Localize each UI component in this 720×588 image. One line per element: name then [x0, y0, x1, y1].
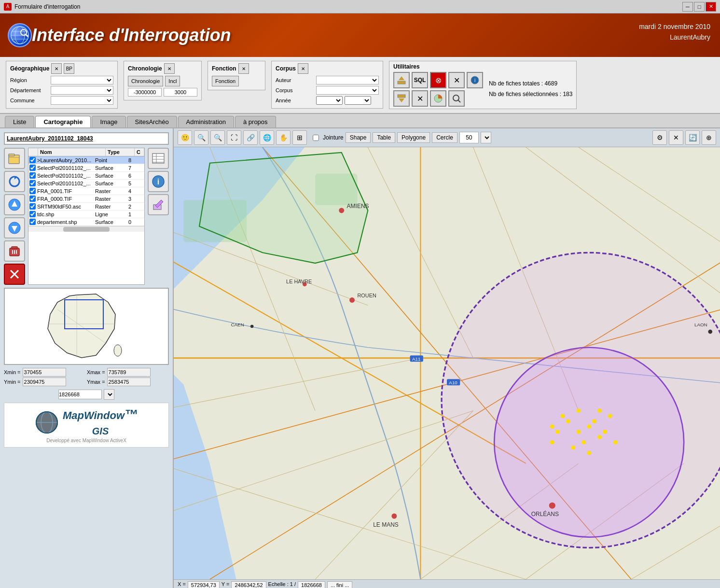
minimize-button[interactable]: ─	[682, 2, 693, 12]
layer-scrollbar[interactable]	[28, 226, 144, 232]
layer-row[interactable]: FRA_0000.TIF Raster 3	[28, 195, 144, 203]
fonction-clear-btn[interactable]: ✕	[238, 63, 249, 74]
corpus-clear-btn[interactable]: ✕	[298, 63, 308, 74]
chrono-from-input[interactable]	[128, 88, 162, 97]
layer-row[interactable]: >LaurentAubry_2010... Point 8	[28, 156, 144, 164]
layer-checkbox[interactable]	[29, 165, 36, 171]
map-globe-btn[interactable]: 🌐	[260, 130, 274, 145]
layer-up-btn[interactable]	[4, 194, 25, 215]
xmax-input[interactable]	[107, 368, 151, 377]
svg-text:LAON: LAON	[694, 322, 707, 327]
france-minimap-svg	[38, 290, 135, 363]
tab-cartographie[interactable]: Cartographie	[35, 116, 91, 127]
auteur-select[interactable]	[316, 76, 379, 84]
layer-row[interactable]: SelectPol20101102_... Surface 6	[28, 172, 144, 180]
util-btn-sql[interactable]: SQL	[412, 72, 428, 88]
layer-checkbox[interactable]	[29, 211, 36, 217]
layer-list: Nom Type C >LaurentAubry_2010... Point 8…	[28, 148, 145, 285]
annee-select2[interactable]	[345, 96, 371, 105]
map-view[interactable]: AMIENS LE HAVRE ROUEN CAEN	[174, 147, 720, 579]
attr-table-btn[interactable]	[148, 148, 169, 169]
info-btn[interactable]: i	[148, 171, 169, 192]
layer-checkbox[interactable]	[29, 203, 36, 210]
layer-row[interactable]: SelectPol20101102_... Surface 5	[28, 180, 144, 187]
map-tool-extra1[interactable]: ⚙	[652, 130, 667, 145]
corpus-select[interactable]	[316, 86, 379, 95]
svg-point-102	[550, 424, 554, 429]
number-input[interactable]	[459, 132, 479, 143]
region-select[interactable]	[51, 76, 113, 84]
scale-select[interactable]	[104, 389, 114, 400]
layer-open-btn[interactable]	[4, 148, 25, 169]
tab-apropos[interactable]: à propos	[235, 116, 276, 127]
map-tool-extra2[interactable]: ✕	[669, 130, 683, 145]
filter-utilitaires: Utilitaires SQL ⊗ ✕ i	[389, 61, 577, 109]
commune-select[interactable]	[51, 96, 113, 105]
map-zoomin-btn[interactable]: 🔍	[194, 130, 208, 145]
incl-btn[interactable]: Incl	[165, 76, 180, 86]
layer-checkbox[interactable]	[29, 180, 36, 186]
scale-input[interactable]	[58, 390, 102, 399]
ymax-input[interactable]	[107, 378, 151, 386]
layer-row[interactable]: tdc.shp Ligne 1	[28, 210, 144, 218]
tab-administration[interactable]: Administration	[178, 116, 234, 127]
layer-row[interactable]: departement.shp Surface 0	[28, 218, 144, 226]
map-extent-btn[interactable]: ⊞	[292, 130, 307, 145]
layer-down-btn[interactable]	[4, 217, 25, 238]
close-button[interactable]: ✕	[706, 2, 716, 12]
util-btn-pie[interactable]	[430, 90, 446, 107]
layer-row[interactable]: SelectPol20101102_... Surface 7	[28, 164, 144, 172]
layer-delete-btn[interactable]	[4, 240, 25, 262]
util-btn-1[interactable]	[393, 72, 410, 88]
svg-point-109	[708, 330, 712, 334]
xmin-input[interactable]	[23, 368, 66, 377]
fonction-btn[interactable]: Fonction	[212, 76, 239, 86]
util-btn-x2[interactable]: ✕	[412, 90, 428, 107]
layer-remove-btn[interactable]	[4, 264, 25, 285]
util-btn-grid[interactable]: i	[467, 72, 483, 88]
ymin-input[interactable]	[23, 378, 66, 386]
svg-point-88	[566, 419, 570, 423]
util-btn-stop[interactable]: ⊗	[430, 72, 446, 88]
svg-point-101	[597, 408, 602, 413]
polygon-btn[interactable]: Polygone	[397, 132, 430, 143]
tab-liste[interactable]: Liste	[5, 116, 34, 127]
edit-btn[interactable]	[148, 194, 169, 215]
annee-select1[interactable]	[316, 96, 343, 105]
tab-sitesarcheo[interactable]: SitesArchéo	[127, 116, 177, 127]
map-tool-extra3[interactable]: 🔄	[685, 130, 700, 145]
shape-btn[interactable]: Shape	[346, 132, 371, 143]
maximize-button[interactable]: □	[694, 2, 705, 12]
map-hand-btn[interactable]: ✋	[276, 130, 291, 145]
layer-row[interactable]: FRA_0001.TIF Raster 4	[28, 187, 144, 195]
layer-title[interactable]: LaurentAubry_20101102_18043	[4, 132, 169, 145]
chrono-to-input[interactable]	[164, 88, 197, 97]
chronologie-btn[interactable]: Chronologie	[128, 76, 163, 86]
map-link-btn[interactable]: 🔗	[243, 130, 258, 145]
layer-row[interactable]: SRTM90ldF50.asc Raster 2	[28, 203, 144, 210]
tab-image[interactable]: Image	[92, 116, 125, 127]
layer-checkbox[interactable]	[29, 219, 36, 225]
filter-chronologie: Chronologie ✕ Chronologie Incl	[124, 61, 202, 100]
layer-checkbox[interactable]	[29, 157, 36, 163]
geo-bp-btn[interactable]: BP	[64, 63, 74, 74]
layer-checkbox[interactable]	[29, 172, 36, 179]
cercle-btn[interactable]: Cercle	[432, 132, 457, 143]
jointure-checkbox[interactable]	[313, 135, 319, 141]
geo-clear-btn[interactable]: ✕	[51, 63, 62, 74]
svg-text:LE HAVRE: LE HAVRE	[286, 279, 312, 284]
layer-checkbox[interactable]	[29, 196, 36, 202]
layer-checkbox[interactable]	[29, 188, 36, 194]
map-smile-btn[interactable]: 🙂	[178, 130, 192, 145]
util-btn-export[interactable]	[393, 90, 410, 107]
layer-refresh-btn[interactable]	[4, 171, 25, 192]
map-zoomout-btn[interactable]: 🔍	[210, 130, 225, 145]
departement-select[interactable]	[51, 86, 113, 95]
util-btn-zoom-map[interactable]	[448, 90, 465, 107]
util-btn-x[interactable]: ✕	[448, 72, 465, 88]
map-tool-extra4[interactable]: ⊕	[702, 130, 716, 145]
table-btn[interactable]: Table	[373, 132, 395, 143]
map-select-btn[interactable]: ⛶	[227, 130, 241, 145]
chrono-clear-btn[interactable]: ✕	[164, 63, 175, 74]
unit-select[interactable]	[481, 132, 491, 143]
